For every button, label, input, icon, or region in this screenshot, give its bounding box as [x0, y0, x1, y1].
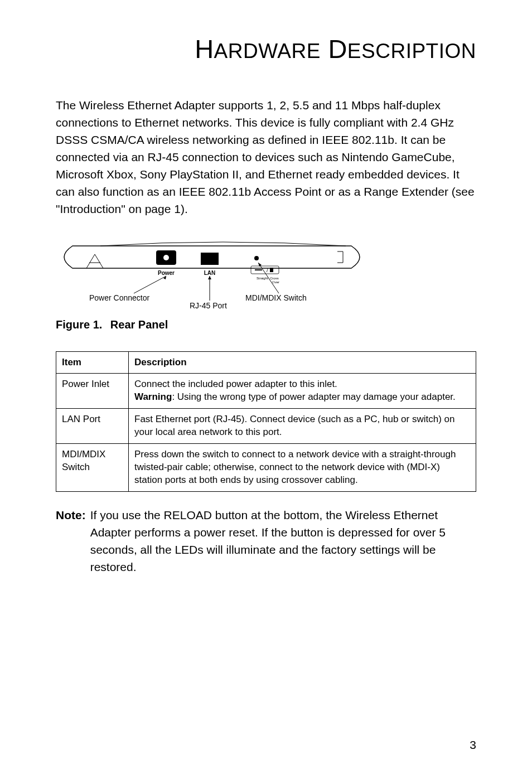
note-body: If you use the RELOAD button at the bott…: [90, 506, 476, 575]
figure-caption: Figure 1. Rear Panel: [56, 318, 476, 331]
cell-desc: Connect the included power adapter to th…: [129, 374, 476, 409]
svg-line-9: [134, 276, 166, 293]
warning-label: Warning: [134, 391, 172, 402]
table-row: LAN Port Fast Ethernet port (RJ-45). Con…: [56, 409, 476, 444]
table-row: Power Inlet Connect the included power a…: [56, 374, 476, 409]
table-row: MDI/MDIX Switch Press down the switch to…: [56, 444, 476, 492]
header-item: Item: [56, 351, 129, 374]
title-word1-cap: H: [195, 34, 214, 64]
title-word2-cap: D: [328, 34, 347, 64]
desc-line: Connect the included power adapter to th…: [134, 379, 337, 389]
header-description: Description: [129, 351, 476, 374]
figure-title: Rear Panel: [110, 318, 168, 331]
svg-rect-3: [201, 253, 219, 265]
svg-marker-12: [208, 276, 211, 279]
svg-point-4: [254, 256, 259, 260]
callout-mdi: MDI/MDIX Switch: [245, 293, 307, 302]
note-label: Note:: [56, 506, 86, 575]
title-word2-rest: ESCRIPTION: [347, 40, 476, 62]
diagram-power-label: Power: [158, 270, 175, 276]
note-block: Note: If you use the RELOAD button at th…: [56, 506, 476, 575]
table-header-row: Item Description: [56, 351, 476, 374]
diagram-switch-label-b: Cross: [270, 277, 279, 280]
cell-desc: Press down the switch to connect to a ne…: [129, 444, 476, 492]
cell-item: MDI/MDIX Switch: [56, 444, 129, 492]
warning-text: : Using the wrong type of power adapter …: [172, 391, 455, 402]
callout-power: Power Connector: [89, 293, 150, 302]
intro-paragraph: The Wireless Ethernet Adapter supports 1…: [56, 96, 476, 218]
diagram-lan-label: LAN: [204, 270, 216, 276]
callout-rj45: RJ-45 Port: [190, 301, 227, 310]
page-number: 3: [470, 738, 476, 752]
svg-text:Over: Over: [272, 280, 279, 284]
svg-point-2: [163, 255, 169, 260]
rear-panel-diagram: Power LAN / Straight Cross Over Power Co…: [56, 240, 368, 313]
cell-desc: Fast Ethernet port (RJ-45). Connect devi…: [129, 409, 476, 444]
diagram-switch-label-a: Straight: [257, 277, 268, 280]
title-word1-rest: ARDWARE: [214, 40, 321, 62]
cell-item: LAN Port: [56, 409, 129, 444]
cell-item: Power Inlet: [56, 374, 129, 409]
figure-label: Figure 1.: [56, 318, 102, 331]
spec-table: Item Description Power Inlet Connect the…: [56, 351, 476, 492]
chapter-title: HARDWARE DESCRIPTION: [56, 33, 476, 64]
